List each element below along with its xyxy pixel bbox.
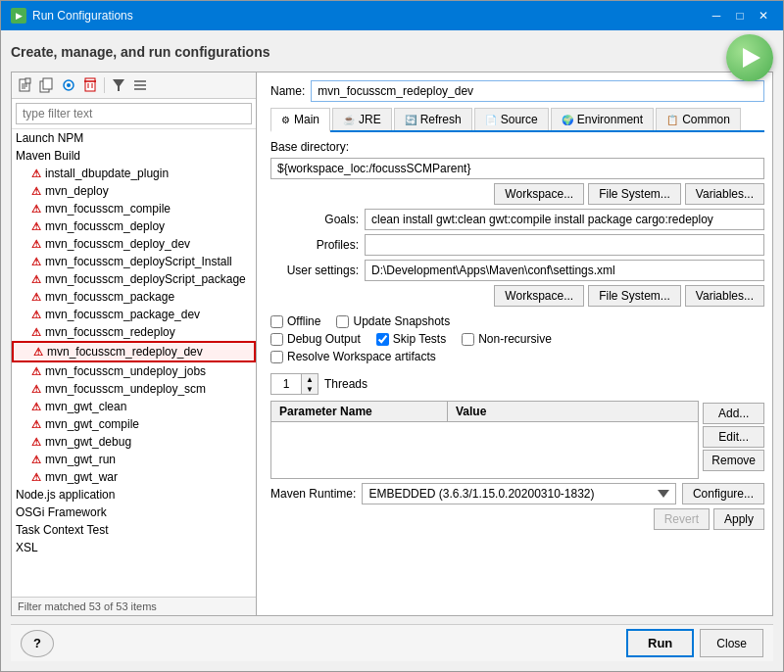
close-window-button[interactable]: ✕ (754, 6, 773, 25)
tree-item-mvn-focusscm-undeploy-scm[interactable]: ⚠ mvn_focusscm_undeploy_scm (12, 380, 256, 398)
tree-item-deployscript-install[interactable]: ⚠ mvn_focusscm_deployScript_Install (12, 253, 256, 270)
name-label: Name: (270, 84, 305, 98)
threads-up-button[interactable]: ▲ (302, 374, 318, 384)
maximize-button[interactable]: □ (730, 6, 750, 25)
play-button-large[interactable] (726, 34, 773, 81)
tree-item-nodejs[interactable]: Node.js application (12, 486, 256, 504)
skip-tests-checkbox[interactable] (376, 333, 389, 346)
tab-environment[interactable]: 🌍 Environment (551, 108, 654, 130)
variables-btn-2[interactable]: Variables... (685, 285, 764, 307)
debug-output-label: Debug Output (287, 332, 361, 346)
new-config-button[interactable] (16, 75, 35, 95)
help-button[interactable]: ? (21, 630, 54, 657)
environment-tab-icon: 🌍 (562, 115, 573, 125)
tab-main[interactable]: ⚙ Main (270, 108, 330, 132)
param-side-buttons: Add... Edit... Remove (703, 401, 764, 479)
tree-item-mvn-focusscm-deploy[interactable]: ⚠ mvn_focusscm_deploy (12, 217, 256, 235)
minimize-button[interactable]: ─ (707, 6, 726, 25)
filter-button[interactable] (109, 75, 128, 95)
runtime-row: Maven Runtime: EMBEDDED (3.6.3/1.15.0.20… (270, 483, 764, 504)
tree-item-launch-npm[interactable]: Launch NPM (12, 129, 256, 147)
resolve-workspace-checkbox[interactable] (270, 351, 283, 363)
tab-source[interactable]: 📄 Source (474, 108, 549, 130)
maven-runtime-select[interactable]: EMBEDDED (3.6.3/1.15.0.20200310-1832) (362, 483, 676, 504)
goals-input[interactable] (365, 209, 764, 230)
base-directory-row (270, 158, 764, 179)
main-tab-label: Main (294, 113, 319, 126)
tab-common[interactable]: 📋 Common (656, 108, 741, 130)
edit-param-button[interactable]: Edit... (703, 426, 764, 448)
tree-item-mvn-focusscm-package[interactable]: ⚠ mvn_focusscm_package (12, 288, 256, 306)
tree-item-mvn-focusscm-redeploy[interactable]: ⚠ mvn_focusscm_redeploy (12, 323, 256, 341)
delete-button[interactable] (80, 75, 100, 95)
tree-item-mvn-gwt-compile[interactable]: ⚠ mvn_gwt_compile (12, 415, 256, 433)
threads-down-button[interactable]: ▼ (302, 384, 318, 394)
tree-item-mvn-focusscm-compile[interactable]: ⚠ mvn_focusscm_compile (12, 200, 256, 217)
nodejs-label: Node.js application (16, 488, 115, 502)
filesystem-btn-1[interactable]: File System... (588, 183, 681, 205)
tab-refresh[interactable]: 🔄 Refresh (394, 108, 472, 130)
remove-param-button[interactable]: Remove (703, 450, 764, 471)
filter-icon (111, 77, 126, 93)
help-icon: ? (33, 636, 41, 650)
error-icon-deployscript-package: ⚠ (31, 273, 41, 286)
deployscript-package-label: mvn_focusscm_deployScript_package (45, 272, 246, 286)
tree-item-mvn-gwt-war[interactable]: ⚠ mvn_gwt_war (12, 468, 256, 486)
base-directory-input[interactable] (270, 158, 764, 179)
configure-btn[interactable]: Configure... (682, 483, 764, 504)
left-panel: Launch NPM Maven Build ⚠ install_dbupdat… (12, 72, 257, 615)
filesystem-btn-2[interactable]: File System... (588, 285, 681, 307)
error-icon-gwt-clean: ⚠ (31, 401, 41, 413)
tree-item-mvn-focusscm-redeploy-dev[interactable]: ⚠ mvn_focusscm_redeploy_dev (12, 341, 256, 362)
environment-tab-label: Environment (577, 113, 643, 126)
tree-item-mvn-deploy[interactable]: ⚠ mvn_deploy (12, 182, 256, 200)
tree-item-task-context[interactable]: Task Context Test (12, 521, 256, 539)
non-recursive-checkbox[interactable] (462, 333, 474, 346)
svg-point-8 (67, 83, 71, 87)
tree-item-mvn-focusscm-package-dev[interactable]: ⚠ mvn_focusscm_package_dev (12, 306, 256, 323)
tree-item-install-dbupdate[interactable]: ⚠ install_dbupdate_plugin (12, 165, 256, 182)
mvn-gwt-clean-label: mvn_gwt_clean (45, 400, 126, 413)
tree-container[interactable]: Launch NPM Maven Build ⚠ install_dbupdat… (12, 129, 256, 597)
tree-item-mvn-focusscm-undeploy-jobs[interactable]: ⚠ mvn_focusscm_undeploy_jobs (12, 362, 256, 380)
tree-item-mvn-gwt-clean[interactable]: ⚠ mvn_gwt_clean (12, 398, 256, 415)
window-icon: ▶ (11, 8, 26, 24)
source-tab-label: Source (501, 113, 538, 126)
tree-item-mvn-focusscm-deploy-dev[interactable]: ⚠ mvn_focusscm_deploy_dev (12, 235, 256, 253)
tree-item-xsl[interactable]: XSL (12, 539, 256, 556)
threads-input[interactable] (271, 375, 301, 393)
run-button[interactable]: Run (626, 629, 694, 657)
offline-checkbox-item: Offline (270, 314, 320, 328)
mvn-gwt-compile-label: mvn_gwt_compile (45, 417, 139, 431)
tree-item-maven-build[interactable]: Maven Build (12, 147, 256, 165)
tree-item-mvn-gwt-run[interactable]: ⚠ mvn_gwt_run (12, 451, 256, 468)
update-snapshots-checkbox[interactable] (336, 315, 349, 328)
maven-build-label: Maven Build (16, 149, 80, 163)
tabs-bar: ⚙ Main ☕ JRE 🔄 Refresh 📄 Source (270, 108, 764, 132)
workspace-btn-2[interactable]: Workspace... (494, 285, 584, 307)
variables-btn-1[interactable]: Variables... (685, 183, 764, 205)
add-param-button[interactable]: Add... (703, 403, 764, 424)
view-button[interactable] (59, 75, 78, 95)
tree-item-deployscript-package[interactable]: ⚠ mvn_focusscm_deployScript_package (12, 270, 256, 288)
filter-input[interactable] (16, 103, 252, 124)
name-input[interactable] (311, 80, 764, 102)
close-button[interactable]: Close (700, 629, 763, 657)
duplicate-icon (39, 77, 55, 93)
toolbar-separator (104, 77, 105, 93)
offline-checkbox[interactable] (270, 315, 283, 328)
debug-output-checkbox[interactable] (270, 333, 283, 346)
profiles-input[interactable] (365, 234, 764, 256)
collapse-button[interactable] (130, 75, 150, 95)
tab-jre[interactable]: ☕ JRE (332, 108, 392, 130)
osgi-label: OSGi Framework (16, 505, 107, 519)
user-settings-input[interactable] (365, 260, 764, 281)
tree-item-mvn-gwt-debug[interactable]: ⚠ mvn_gwt_debug (12, 433, 256, 451)
tree-item-osgi[interactable]: OSGi Framework (12, 504, 256, 521)
checkbox-area: Offline Update Snapshots Debug Output (270, 311, 764, 367)
workspace-btn-1[interactable]: Workspace... (494, 183, 584, 205)
view-icon (61, 77, 76, 93)
revert-button[interactable]: Revert (654, 508, 710, 530)
duplicate-button[interactable] (37, 75, 57, 95)
apply-button[interactable]: Apply (713, 508, 764, 530)
